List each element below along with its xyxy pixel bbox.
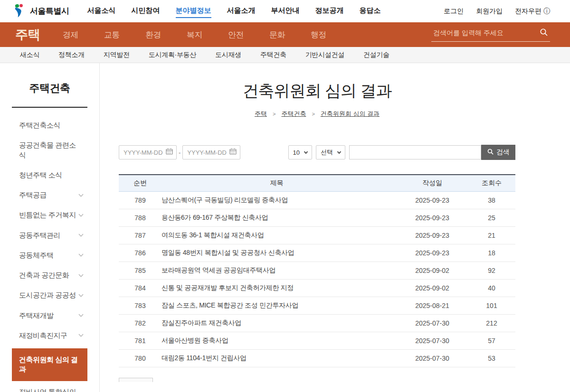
date-from-input[interactable]: YYYY-MM-DD [119,145,177,159]
row-date: 2025-09-23 [397,249,468,257]
calendar-icon[interactable] [229,148,237,157]
global-nav-item[interactable]: 서울소식 [87,4,116,18]
sidebar-menu: 주택건축소식 공공건축물 관련소식 청년주택 소식 주택공급 [12,108,87,392]
breadcrumb-link-housing[interactable]: 주택 [255,110,267,118]
main-nav-item[interactable]: 문화 [269,29,285,40]
row-title-link[interactable]: 용산동6가 69-167 주상복합 신축사업 [162,214,397,222]
sidebar-item[interactable]: 공동주택관리 [12,225,87,245]
main-nav-item[interactable]: 환경 [145,29,161,40]
breadcrumb-current[interactable]: 건축위원회 심의 결과 [321,110,380,118]
row-title-link[interactable]: 여의도동 36-1 복합시설 재건축사업 [162,231,397,240]
sidebar-item[interactable]: 건축위원회 심의 결과 [12,348,87,381]
row-title-link[interactable]: 신통 및 공공재개발 후보지 건축허가제한 지정 [162,284,397,292]
main-nav-item[interactable]: 경제 [63,29,78,40]
page-title: 건축위원회 심의 결과 [119,80,515,102]
table-row: 786 명일동 48번지 복합시설 및 공공청사 신축사업 2025-09-23… [119,244,515,262]
sub-nav-item[interactable]: 도시재생 [215,51,241,59]
sidebar-item[interactable]: 청년주택 소식 [12,165,87,185]
sidebar-item[interactable]: 주택공급 [12,185,87,205]
main-nav-item[interactable]: 행정 [311,29,326,40]
page-size-select[interactable]: 10 [288,145,312,159]
pagination-button-partial[interactable] [119,378,153,382]
sidebar-item[interactable]: 정비사업 통합심의위원회 심의 결과 [12,382,87,392]
row-views: 25 [468,214,515,222]
search-field-value: 선택 [321,148,333,157]
global-nav-item[interactable]: 정보공개 [315,4,344,18]
row-views: 57 [468,337,515,345]
row-number: 784 [119,284,162,292]
email-link-label: 전자우편 [515,7,542,16]
global-nav-item[interactable]: 분야별정보 [176,4,211,18]
column-header-date: 작성일 [397,179,468,187]
site-search[interactable]: 검색어를 입력해 주세요 [431,28,550,42]
main-nav-item-housing-active[interactable]: 주택 [15,26,40,43]
sidebar-item-label: 주택건축소식 [19,121,60,130]
global-nav-item[interactable]: 응답소 [360,4,381,18]
sidebar-item[interactable]: 건축과 공간문화 [12,265,87,285]
row-date: 2025-09-23 [397,214,468,222]
search-field-select[interactable]: 선택 [316,145,345,159]
date-range-dash: - [179,149,180,156]
calendar-icon[interactable] [166,148,173,157]
sidebar-item[interactable]: 주택재개발 [12,306,87,326]
table-row: 788 용산동6가 69-167 주상복합 신축사업 2025-09-23 25 [119,209,515,227]
page-size-value: 10 [293,149,300,156]
sidebar-item[interactable]: 주택건축소식 [12,115,87,135]
main-nav-item[interactable]: 교통 [104,29,120,40]
sub-nav-item[interactable]: 새소식 [20,51,39,59]
row-title-link[interactable]: 명일동 48번지 복합시설 및 공공청사 신축사업 [162,249,397,257]
sidebar-item[interactable]: 빈틈없는 주거복지 [12,205,87,225]
breadcrumb-link-housing-arch[interactable]: 주택건축 [281,110,306,118]
seoul-logo[interactable]: 서울특별시 [13,3,69,19]
login-link[interactable]: 로그인 [444,7,464,16]
sidebar-item-label: 도시공간과 공공성 [19,290,76,300]
sub-nav-item[interactable]: 정책소개 [58,51,85,59]
chevron-down-icon [79,232,84,237]
sidebar-item[interactable]: 도시공간과 공공성 [12,285,87,305]
sub-nav-item[interactable]: 주택건축 [260,51,286,59]
sidebar-item[interactable]: 재정비촉진지구 [12,326,87,345]
row-title-link[interactable]: 잠실 스포츠, MICE 복합공간 조성 민간투자사업 [162,301,397,310]
keyword-input[interactable] [349,145,481,159]
row-title-link[interactable]: 보라매공원역 역세권 공공임대주택사업 [162,266,397,275]
search-button[interactable]: 검색 [481,145,515,160]
row-number: 781 [119,337,162,345]
results-table: 순번 제목 작성일 조회수 789 남산스퀘어(구 극동빌딩) 리모델링 증축사… [119,174,515,367]
breadcrumb: 주택 > 주택건축 > 건축위원회 심의 결과 [119,110,515,118]
search-icon[interactable] [540,28,548,38]
main-nav-item[interactable]: 안전 [228,29,244,40]
chevron-down-icon [337,149,341,153]
global-nav-item[interactable]: 시민참여 [132,4,160,18]
date-from-placeholder: YYYY-MM-DD [124,149,163,156]
info-icon: ⓘ [543,7,550,16]
chevron-down-icon [79,192,84,196]
sub-nav-item[interactable]: 도시계획·부동산 [149,51,196,59]
table-row: 789 남산스퀘어(구 극동빌딩) 리모델링 증축사업 2025-09-23 3… [119,192,515,209]
column-header-title: 제목 [162,179,397,187]
chevron-down-icon [79,272,84,277]
breadcrumb-separator: > [312,111,314,117]
sub-nav-item[interactable]: 건설기술 [363,51,390,59]
date-to-input[interactable]: YYYY-MM-DD [182,145,240,159]
email-link[interactable]: 전자우편 ⓘ [515,7,550,16]
sidebar-item-label: 재정비촉진지구 [19,331,67,340]
table-row: 780 대림2동 1104-1번지 건립사업 2025-07-30 53 [119,350,515,367]
main-nav-item[interactable]: 복지 [187,29,202,40]
sidebar-item-label: 건축과 공간문화 [19,271,69,280]
sidebar-item[interactable]: 공공건축물 관련소식 [12,135,87,165]
row-title-link[interactable]: 대림2동 1104-1번지 건립사업 [162,354,397,363]
global-nav-item[interactable]: 서울소개 [227,4,256,18]
signup-link[interactable]: 회원가입 [476,7,503,16]
sub-nav-item[interactable]: 지역발전 [104,51,130,59]
sidebar-item-label: 주택재개발 [19,311,54,320]
sub-nav-item[interactable]: 기반시설건설 [305,51,344,59]
table-row: 784 신통 및 공공재개발 후보지 건축허가제한 지정 2025-09-02 … [119,280,515,297]
search-icon [487,149,494,156]
row-title-link[interactable]: 서울아산병원 증축사업 [162,336,397,345]
sidebar-item[interactable]: 공동체주택 [12,245,87,265]
table-row: 781 서울아산병원 증축사업 2025-07-30 57 [119,332,515,350]
row-title-link[interactable]: 잠실진주아파트 재건축사업 [162,319,397,327]
row-title-link[interactable]: 남산스퀘어(구 극동빌딩) 리모델링 증축사업 [162,196,397,205]
table-row: 782 잠실진주아파트 재건축사업 2025-07-30 212 [119,315,515,332]
global-nav-item[interactable]: 부서안내 [271,4,300,18]
